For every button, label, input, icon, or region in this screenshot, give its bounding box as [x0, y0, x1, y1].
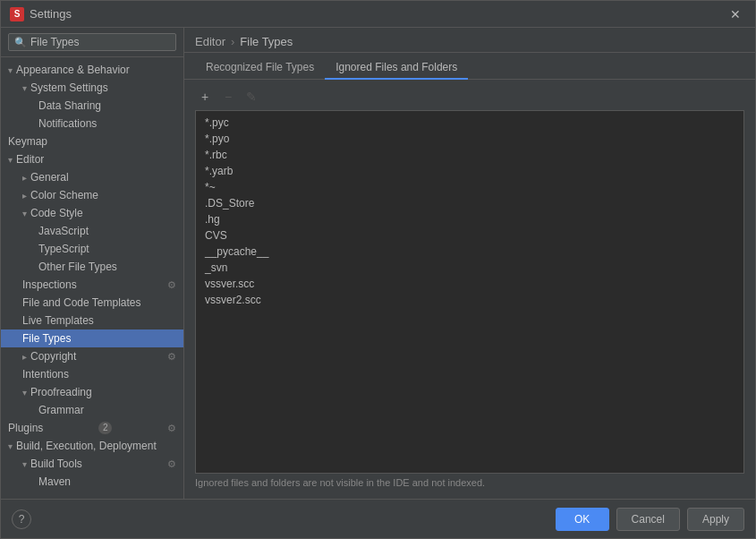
list-item[interactable]: _svn	[196, 260, 743, 276]
sidebar-item-grammar[interactable]: Grammar	[1, 401, 183, 419]
sidebar-item-label: Build, Execution, Deployment	[16, 440, 157, 452]
add-button[interactable]: +	[195, 87, 215, 107]
list-item[interactable]: *.rbc	[196, 147, 743, 163]
list-item[interactable]: *~	[196, 179, 743, 195]
sidebar-item-label: Data Sharing	[38, 99, 101, 112]
list-item[interactable]: *.pyo	[196, 131, 743, 147]
sidebar-item-color-scheme[interactable]: Color Scheme	[1, 186, 183, 204]
sidebar-item-label: Notifications	[38, 117, 97, 130]
arrow-icon	[22, 459, 27, 469]
sidebar-item-label: Copyright	[30, 350, 76, 363]
list-item[interactable]: .hg	[196, 211, 743, 227]
sidebar-item-proofreading[interactable]: Proofreading	[1, 383, 183, 401]
dialog-title: Settings	[30, 7, 72, 21]
list-item[interactable]: .DS_Store	[196, 195, 743, 211]
title-bar-left: S Settings	[10, 7, 72, 21]
sidebar-item-typescript[interactable]: TypeScript	[1, 240, 183, 258]
list-item[interactable]: vssver2.scc	[196, 292, 743, 308]
sidebar-item-label: Appearance & Behavior	[16, 64, 130, 76]
sidebar-item-appearance[interactable]: Appearance & Behavior	[1, 61, 183, 79]
sidebar-item-build-execution[interactable]: Build, Execution, Deployment	[1, 437, 183, 455]
app-icon: S	[10, 7, 24, 21]
list-item[interactable]: CVS	[196, 227, 743, 244]
sidebar-item-label: Grammar	[38, 404, 84, 416]
sidebar-item-plugins[interactable]: Plugins 2 ⚙	[1, 419, 183, 437]
sidebar-item-copyright[interactable]: Copyright ⚙	[1, 347, 183, 365]
nav-tree: Appearance & Behavior System Settings Da…	[1, 57, 183, 499]
sidebar-item-intentions[interactable]: Intentions	[1, 365, 183, 383]
sidebar-item-build-tools[interactable]: Build Tools ⚙	[1, 455, 183, 473]
breadcrumb-current: File Types	[240, 35, 293, 48]
settings-icon: ⚙	[167, 423, 176, 434]
sidebar-item-keymap[interactable]: Keymap	[1, 133, 183, 150]
right-header: Editor › File Types	[184, 28, 755, 53]
search-input[interactable]	[30, 36, 170, 48]
sidebar-item-label: Keymap	[8, 135, 47, 148]
arrow-icon	[22, 209, 27, 218]
sidebar-item-label: Inspections	[22, 278, 77, 291]
sidebar-item-label: Intentions	[22, 368, 69, 381]
right-panel: Editor › File Types Recognized File Type…	[184, 28, 755, 499]
search-icon: 🔍	[14, 37, 27, 48]
sidebar-item-editor[interactable]: Editor	[1, 150, 183, 168]
settings-icon: ⚙	[167, 279, 176, 291]
sidebar-item-label: Live Templates	[22, 314, 94, 327]
sidebar-item-javascript[interactable]: JavaScript	[1, 222, 183, 240]
apply-button[interactable]: Apply	[687, 508, 744, 531]
status-bar: Ignored files and folders are not visibl…	[195, 474, 744, 492]
bottom-bar: ? OK Cancel Apply	[1, 499, 755, 538]
sidebar-item-label: System Settings	[30, 81, 108, 94]
list-item[interactable]: __pycache__	[196, 244, 743, 260]
sidebar-item-live-templates[interactable]: Live Templates	[1, 312, 183, 329]
sidebar-item-data-sharing[interactable]: Data Sharing	[1, 97, 183, 115]
sidebar-item-code-style[interactable]: Code Style	[1, 204, 183, 222]
sidebar-item-label: General	[30, 171, 69, 184]
sidebar-item-general[interactable]: General	[1, 168, 183, 186]
arrow-icon	[8, 155, 13, 165]
sidebar-item-system-settings[interactable]: System Settings	[1, 79, 183, 97]
list-item[interactable]: *.pyc	[196, 115, 743, 131]
arrow-icon	[22, 352, 27, 362]
list-item[interactable]: vssver.scc	[196, 276, 743, 292]
sidebar-item-label: File Types	[22, 332, 71, 345]
search-box: 🔍	[1, 28, 183, 57]
sidebar-item-file-code-templates[interactable]: File and Code Templates	[1, 294, 183, 312]
file-list[interactable]: *.pyc*.pyo*.rbc*.yarb*~.DS_Store.hgCVS__…	[195, 110, 744, 474]
sidebar-item-notifications[interactable]: Notifications	[1, 115, 183, 133]
tab-recognized[interactable]: Recognized File Types	[195, 56, 325, 80]
breadcrumb-separator: ›	[231, 35, 234, 48]
left-panel: 🔍 Appearance & Behavior System Settings …	[1, 28, 184, 499]
sidebar-item-label: TypeScript	[38, 243, 89, 255]
sidebar-item-label: Maven	[38, 475, 71, 488]
plugin-badge: 2	[98, 422, 113, 434]
list-item[interactable]: *.yarb	[196, 163, 743, 179]
arrow-icon	[8, 65, 13, 75]
search-input-wrap[interactable]: 🔍	[8, 33, 176, 51]
arrow-icon	[22, 83, 27, 93]
sidebar-item-label: Build Tools	[30, 458, 82, 470]
toolbar: + − ✎	[195, 87, 744, 107]
tab-content: + − ✎ *.pyc*.pyo*.rbc*.yarb*~.DS_Store.h…	[184, 80, 755, 499]
sidebar-item-other-file-types[interactable]: Other File Types	[1, 258, 183, 276]
sidebar-item-label: Plugins	[8, 422, 43, 434]
sidebar-item-label: Code Style	[30, 207, 83, 219]
sidebar-item-label: File and Code Templates	[22, 296, 141, 309]
ok-button[interactable]: OK	[556, 508, 609, 531]
arrow-icon	[8, 441, 13, 451]
remove-button[interactable]: −	[218, 87, 238, 107]
title-bar: S Settings ✕	[1, 1, 755, 28]
action-buttons: OK Cancel Apply	[556, 508, 744, 531]
sidebar-item-file-types[interactable]: File Types	[1, 329, 183, 347]
sidebar-item-label: Color Scheme	[30, 189, 98, 201]
settings-icon: ⚙	[167, 458, 176, 470]
settings-dialog: S Settings ✕ 🔍 Appearance & Behavior	[0, 0, 756, 539]
edit-button[interactable]: ✎	[242, 87, 261, 107]
main-content: 🔍 Appearance & Behavior System Settings …	[1, 28, 755, 499]
close-button[interactable]: ✕	[725, 5, 746, 23]
sidebar-item-maven[interactable]: Maven	[1, 473, 183, 491]
cancel-button[interactable]: Cancel	[616, 508, 680, 531]
tab-ignored[interactable]: Ignored Files and Folders	[325, 56, 468, 80]
sidebar-item-inspections[interactable]: Inspections ⚙	[1, 276, 183, 294]
arrow-icon	[22, 388, 27, 398]
help-button[interactable]: ?	[12, 509, 31, 529]
